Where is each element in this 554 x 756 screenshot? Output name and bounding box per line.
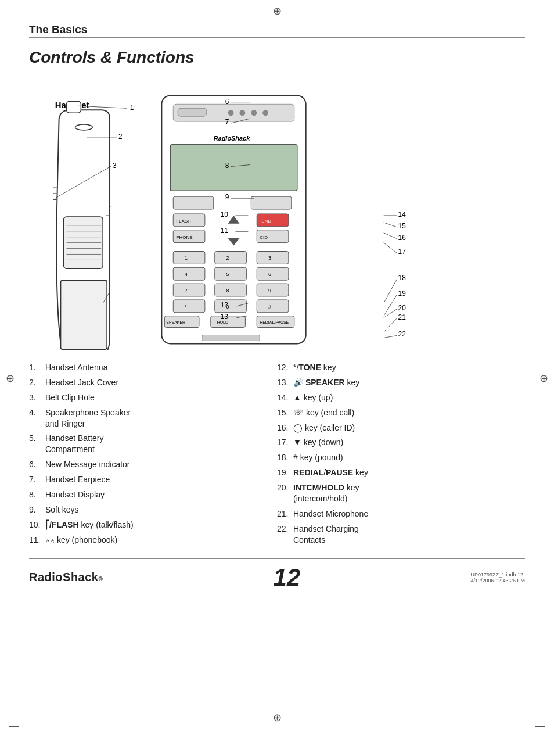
list-item-3: 3. Belt Clip Hole — [29, 392, 277, 403]
svg-text:8: 8 — [226, 288, 229, 293]
top-rule — [29, 37, 525, 38]
list-item-10: 10. ⎡/FLASH key (talk/flash) — [29, 519, 277, 531]
list-item-20: 20. INTCM/HOLD key(intercom/hold) — [277, 482, 525, 504]
list-item-17: 17. ▼ key (down) — [277, 437, 525, 448]
svg-text:*: * — [185, 304, 187, 310]
list-item-22: 22. Handset ChargingContacts — [277, 524, 525, 546]
svg-text:9: 9 — [225, 193, 229, 201]
item-num-6: 6. — [29, 459, 45, 470]
right-list: 12. */TONE key 13. 🔊 SPEAKER key 14. ▲ k… — [277, 362, 525, 550]
svg-line-100 — [384, 243, 397, 253]
item-text-13: 🔊 SPEAKER key — [293, 377, 525, 388]
svg-text:19: 19 — [398, 289, 406, 298]
svg-text:18: 18 — [398, 274, 406, 282]
item-num-19: 19. — [277, 467, 293, 478]
item-num-2: 2. — [29, 377, 45, 388]
svg-text:5: 5 — [226, 271, 229, 277]
item-text-10: ⎡/FLASH key (talk/flash) — [45, 519, 277, 531]
list-item-5: 5. Handset BatteryCompartment — [29, 433, 277, 455]
item-text-22: Handset ChargingContacts — [293, 524, 525, 546]
svg-text:17: 17 — [398, 248, 406, 256]
svg-text:10: 10 — [221, 210, 229, 218]
list-item-21: 21. Handset Microphone — [277, 508, 525, 519]
page-container: ⊕ ⊕ ⊕ ⊕ The Basics Controls & Functions … — [0, 0, 554, 756]
item-text-12: */TONE key — [293, 362, 525, 373]
list-item-16: 16. ◯ key (caller ID) — [277, 422, 525, 433]
svg-text:2: 2 — [118, 132, 123, 141]
item-num-5: 5. — [29, 433, 45, 444]
svg-text:1: 1 — [130, 103, 134, 112]
radioshack-dot: ® — [98, 576, 103, 582]
item-text-20: INTCM/HOLD key(intercom/hold) — [293, 482, 525, 504]
list-item-13: 13. 🔊 SPEAKER key — [277, 377, 525, 388]
svg-point-27 — [228, 110, 234, 116]
svg-text:8: 8 — [225, 162, 229, 170]
item-text-17: ▼ key (down) — [293, 437, 525, 448]
list-item-15: 15. ☏ key (end call) — [277, 407, 525, 418]
svg-text:22: 22 — [398, 330, 406, 338]
svg-text:CID: CID — [260, 235, 268, 240]
item-text-21: Handset Microphone — [293, 508, 525, 519]
svg-rect-48 — [215, 252, 247, 264]
footer-bar: RadioShack® 12 UP01799ZZ_1.indb 12 4/12/… — [29, 564, 525, 592]
svg-rect-56 — [257, 267, 289, 280]
svg-text:16: 16 — [398, 234, 406, 242]
svg-text:4: 4 — [185, 271, 188, 277]
svg-rect-54 — [215, 267, 247, 280]
svg-point-29 — [251, 110, 257, 116]
svg-text:3: 3 — [268, 255, 271, 261]
list-item-7: 7. Handset Earpiece — [29, 474, 277, 485]
item-text-8: Handset Display — [45, 489, 277, 500]
item-text-6: New Message indicator — [45, 459, 277, 470]
svg-rect-35 — [251, 196, 292, 209]
item-text-9: Soft keys — [45, 504, 277, 515]
svg-rect-58 — [173, 284, 205, 296]
svg-text:6: 6 — [268, 271, 271, 277]
svg-text:SPEAKER: SPEAKER — [166, 320, 185, 324]
svg-text:REDIAL/PAUSE: REDIAL/PAUSE — [260, 320, 289, 324]
svg-rect-18 — [61, 280, 107, 349]
item-text-1: Handset Antenna — [45, 362, 277, 373]
item-text-11: ⍲⍲ key (phonebook) — [45, 535, 277, 546]
radioshack-brand: RadioShack — [29, 571, 98, 583]
item-num-1: 1. — [29, 362, 45, 373]
item-text-18: # key (pound) — [293, 452, 525, 463]
svg-text:3: 3 — [113, 162, 117, 170]
corner-mark-bl — [9, 716, 19, 727]
svg-line-102 — [384, 279, 397, 303]
svg-text:14: 14 — [398, 210, 406, 218]
svg-line-106 — [384, 309, 397, 318]
svg-rect-68 — [257, 300, 289, 313]
radioshack-logo: RadioShack® — [29, 571, 103, 584]
item-text-3: Belt Clip Hole — [45, 392, 277, 403]
section-title: The Basics — [29, 23, 525, 36]
svg-text:RadioShack: RadioShack — [214, 135, 250, 142]
list-item-19: 19. REDIAL/PAUSE key — [277, 467, 525, 478]
svg-rect-34 — [173, 196, 214, 209]
svg-point-30 — [262, 110, 268, 116]
item-num-9: 9. — [29, 504, 45, 515]
controls-title: Controls & Functions — [29, 48, 525, 67]
item-num-16: 16. — [277, 422, 293, 433]
svg-rect-62 — [257, 284, 289, 296]
svg-text:FLASH: FLASH — [176, 218, 191, 224]
svg-text:20: 20 — [398, 304, 406, 312]
svg-text:1: 1 — [185, 255, 188, 261]
svg-rect-50 — [257, 252, 289, 264]
item-text-2: Headset Jack Cover — [45, 377, 277, 388]
controls-diagram: Handset 1 2 3 4 5 — [29, 71, 525, 350]
corner-mark-tl — [9, 9, 19, 19]
svg-text:12: 12 — [221, 301, 229, 309]
svg-line-110 — [384, 335, 397, 338]
item-text-4: Speakerphone Speakerand Ringer — [45, 407, 277, 429]
bottom-rule — [29, 558, 525, 559]
item-text-16: ◯ key (caller ID) — [293, 422, 525, 433]
list-item-11: 11. ⍲⍲ key (phonebook) — [29, 535, 277, 546]
item-text-15: ☏ key (end call) — [293, 407, 525, 418]
svg-text:9: 9 — [268, 288, 271, 293]
crosshair-top-icon: ⊕ — [273, 5, 282, 17]
list-item-9: 9. Soft keys — [29, 504, 277, 515]
footer-note: UP01799ZZ_1.indb 12 4/12/2006 12:43:26 P… — [470, 572, 525, 583]
item-num-8: 8. — [29, 489, 45, 500]
item-num-18: 18. — [277, 452, 293, 463]
